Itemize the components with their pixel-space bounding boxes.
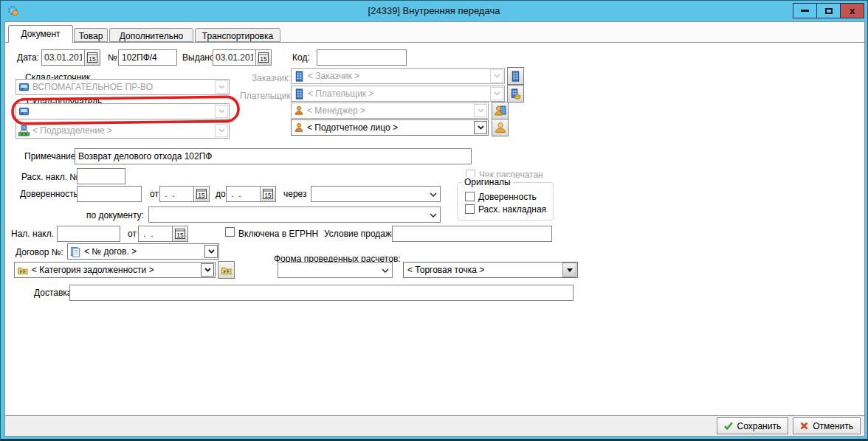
poa-to-date-field: 15 bbox=[226, 186, 276, 202]
maximize-button[interactable] bbox=[816, 3, 841, 18]
svg-text:15: 15 bbox=[176, 232, 184, 239]
chevron-down-icon bbox=[215, 80, 228, 94]
person-icon bbox=[294, 122, 304, 133]
poa-to-calendar-button[interactable]: 15 bbox=[260, 187, 275, 201]
document-stack-icon bbox=[70, 246, 81, 257]
originals-group-label: Оригиналы bbox=[462, 177, 513, 187]
division-combo: < Подразделение > bbox=[16, 122, 230, 139]
warehouse-icon bbox=[18, 82, 30, 93]
payment-form-dropdown[interactable] bbox=[278, 262, 393, 278]
accountable-person-combo[interactable]: < Подотчетное лицо > bbox=[291, 119, 489, 136]
expense-invoice-input[interactable] bbox=[77, 168, 125, 184]
tab-dopolnitelno[interactable]: Дополнительно bbox=[109, 28, 193, 42]
contract-combo[interactable]: < № догов. > bbox=[67, 243, 219, 260]
accountable-select-button[interactable] bbox=[492, 119, 509, 136]
date-calendar-button[interactable]: 15 bbox=[84, 50, 100, 65]
folder-arrows-icon bbox=[17, 265, 29, 276]
building-icon bbox=[294, 71, 305, 82]
svg-text:15: 15 bbox=[264, 192, 272, 199]
payer-combo: < Плательщик > bbox=[291, 86, 505, 102]
chevron-down-icon bbox=[215, 105, 228, 118]
payer-label: Плательщик: bbox=[240, 91, 293, 101]
close-button[interactable]: x bbox=[840, 3, 864, 18]
chevron-down-icon bbox=[474, 104, 487, 117]
manager-value: < Менеджер > bbox=[307, 105, 471, 116]
contract-label: Договор №: bbox=[16, 247, 63, 257]
tab-tovar[interactable]: Товар bbox=[74, 28, 108, 42]
originals-groupbox: Оригиналы Доверенность Расх. накладная bbox=[457, 182, 554, 220]
debt-category-value: < Категория задолженности > bbox=[32, 265, 198, 275]
egrnn-label: Включена в ЕГРНН bbox=[238, 229, 318, 239]
tax-date-field: 15 bbox=[138, 226, 188, 242]
sale-conditions-input[interactable] bbox=[392, 226, 552, 242]
issued-date-field: 15 bbox=[213, 49, 272, 66]
person-icon bbox=[294, 105, 304, 116]
poa-number-input[interactable] bbox=[77, 186, 142, 202]
customer-label: Заказчик: bbox=[252, 73, 291, 83]
trade-point-combo[interactable]: < Торговая точка > bbox=[403, 262, 578, 278]
close-icon: x bbox=[850, 6, 855, 15]
by-document-dropdown[interactable] bbox=[148, 206, 441, 223]
payer-value: < Плательщик > bbox=[308, 88, 487, 99]
note-label: Примечание: bbox=[24, 151, 78, 162]
payer-select-button[interactable] bbox=[507, 85, 524, 103]
poa-to-date-input[interactable] bbox=[227, 187, 260, 201]
chevron-down-icon bbox=[215, 124, 228, 137]
note-input[interactable] bbox=[75, 148, 472, 164]
chevron-down-icon bbox=[490, 87, 503, 100]
date-label: Дата: bbox=[17, 52, 39, 63]
person-monitor-icon bbox=[495, 105, 506, 117]
client-area: Документ Товар Дополнительно Транспортир… bbox=[4, 21, 865, 437]
date-input[interactable] bbox=[42, 50, 84, 65]
tax-date-input[interactable] bbox=[139, 226, 172, 241]
tab-transportirovka[interactable]: Транспортировка bbox=[195, 28, 280, 42]
tax-invoice-input[interactable] bbox=[57, 226, 120, 242]
original-invoice-checkbox[interactable] bbox=[465, 204, 475, 214]
issued-calendar-button[interactable]: 15 bbox=[255, 50, 271, 65]
cancel-button[interactable]: Отменить bbox=[793, 417, 861, 434]
poa-from-calendar-button[interactable]: 15 bbox=[193, 187, 209, 201]
dest-warehouse-combo[interactable] bbox=[16, 103, 230, 119]
tab-dokument[interactable]: Документ bbox=[8, 25, 73, 43]
customer-select-button[interactable] bbox=[507, 67, 524, 85]
issued-date-input[interactable] bbox=[213, 50, 255, 65]
contract-value: < № догов. > bbox=[84, 246, 202, 257]
calendar-icon: 15 bbox=[175, 229, 185, 239]
document-tab-page: Дата: 15 №: Выдано: 15 Код: Склад-источн… bbox=[5, 42, 864, 416]
customer-combo: < Заказчик > bbox=[291, 68, 505, 84]
original-poa-checkbox[interactable] bbox=[465, 192, 475, 201]
chevron-down-icon bbox=[204, 245, 218, 258]
chevron-down-icon bbox=[382, 263, 389, 277]
date-field: 15 bbox=[41, 49, 100, 66]
egrnn-checkbox[interactable] bbox=[225, 227, 235, 237]
minimize-icon bbox=[801, 10, 809, 12]
tax-calendar-button[interactable]: 15 bbox=[172, 226, 187, 241]
poa-from-date-input[interactable] bbox=[160, 187, 193, 201]
save-button[interactable]: Сохранить bbox=[717, 417, 789, 434]
minimize-button[interactable] bbox=[793, 3, 817, 18]
chevron-down-icon bbox=[490, 69, 503, 83]
svg-text:15: 15 bbox=[260, 55, 267, 63]
debt-category-combo[interactable]: < Категория задолженности > bbox=[14, 262, 216, 278]
check-icon bbox=[724, 422, 733, 430]
warehouse-icon bbox=[18, 106, 30, 117]
calendar-icon: 15 bbox=[263, 189, 273, 199]
calendar-icon: 15 bbox=[196, 189, 207, 199]
chevron-down-icon bbox=[201, 263, 214, 277]
code-input[interactable] bbox=[317, 49, 407, 66]
manager-select-button[interactable] bbox=[492, 102, 509, 119]
poa-via-label: через bbox=[283, 189, 307, 199]
building-icon bbox=[510, 71, 521, 82]
cancel-button-label: Отменить bbox=[813, 421, 853, 431]
code-label: Код: bbox=[292, 52, 310, 63]
maximize-icon bbox=[825, 8, 833, 14]
manager-combo: < Менеджер > bbox=[291, 103, 489, 119]
poa-via-dropdown[interactable] bbox=[311, 186, 441, 202]
debt-category-open-button[interactable] bbox=[218, 261, 235, 279]
cross-icon bbox=[800, 422, 808, 430]
number-input[interactable] bbox=[118, 49, 177, 66]
dropdown-arrow-button[interactable] bbox=[562, 263, 576, 277]
trade-point-value: < Торговая точка > bbox=[407, 265, 562, 275]
window-title: [24339] Внутренняя передача bbox=[1, 5, 867, 16]
delivery-input[interactable] bbox=[69, 285, 574, 301]
